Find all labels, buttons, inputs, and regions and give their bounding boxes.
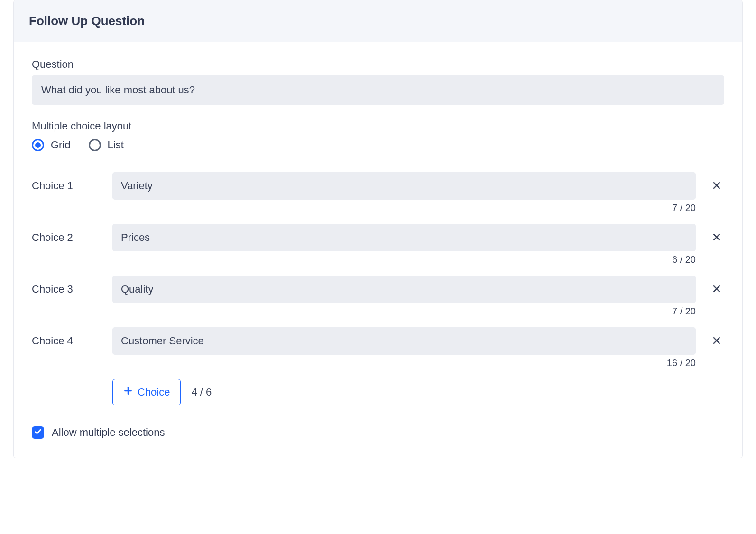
layout-radio-list[interactable]: List xyxy=(89,139,124,151)
question-input[interactable] xyxy=(32,75,724,105)
choices-list: Choice 1 7 / 20 Choice 2 xyxy=(32,172,724,405)
choice-label: Choice 3 xyxy=(32,283,112,295)
remove-choice-button[interactable] xyxy=(709,178,724,194)
choice-row: Choice 4 xyxy=(32,327,724,355)
remove-choice-button[interactable] xyxy=(709,281,724,298)
add-choice-button[interactable]: Choice xyxy=(112,379,181,405)
radio-icon xyxy=(89,139,101,151)
close-icon xyxy=(712,181,721,192)
close-icon xyxy=(712,284,721,295)
layout-label: Multiple choice layout xyxy=(32,120,724,132)
choice-char-counter: 7 / 20 xyxy=(112,306,696,317)
close-icon xyxy=(712,232,721,243)
choice-char-counter: 6 / 20 xyxy=(112,254,696,265)
choice-char-counter: 16 / 20 xyxy=(112,358,696,368)
layout-radio-grid-label: Grid xyxy=(51,139,71,151)
plus-icon xyxy=(123,386,133,398)
radio-icon xyxy=(32,139,44,151)
choice-input[interactable] xyxy=(112,327,696,355)
choice-char-counter: 7 / 20 xyxy=(112,203,696,213)
layout-radio-grid[interactable]: Grid xyxy=(32,139,71,151)
add-choice-label: Choice xyxy=(138,386,170,398)
card-title: Follow Up Question xyxy=(29,14,727,28)
choice-row: Choice 3 xyxy=(32,276,724,303)
allow-multiple-label: Allow multiple selections xyxy=(52,426,165,439)
choice-label: Choice 1 xyxy=(32,180,112,192)
choice-input[interactable] xyxy=(112,224,696,251)
choice-row: Choice 1 xyxy=(32,172,724,200)
choice-row: Choice 2 xyxy=(32,224,724,251)
check-icon xyxy=(34,428,42,437)
question-label: Question xyxy=(32,58,724,71)
card-body: Question Multiple choice layout Grid Lis… xyxy=(14,42,742,458)
choice-label: Choice 4 xyxy=(32,335,112,347)
allow-multiple-checkbox[interactable] xyxy=(32,426,44,439)
close-icon xyxy=(712,336,721,347)
choice-input[interactable] xyxy=(112,172,696,200)
remove-choice-button[interactable] xyxy=(709,230,724,246)
follow-up-question-card: Follow Up Question Question Multiple cho… xyxy=(13,0,743,458)
card-header: Follow Up Question xyxy=(14,0,742,42)
choice-label: Choice 2 xyxy=(32,231,112,244)
layout-radio-list-label: List xyxy=(108,139,124,151)
choice-count: 4 / 6 xyxy=(191,386,724,398)
remove-choice-button[interactable] xyxy=(709,333,724,350)
choice-input[interactable] xyxy=(112,276,696,303)
layout-radio-group: Grid List xyxy=(32,139,724,151)
